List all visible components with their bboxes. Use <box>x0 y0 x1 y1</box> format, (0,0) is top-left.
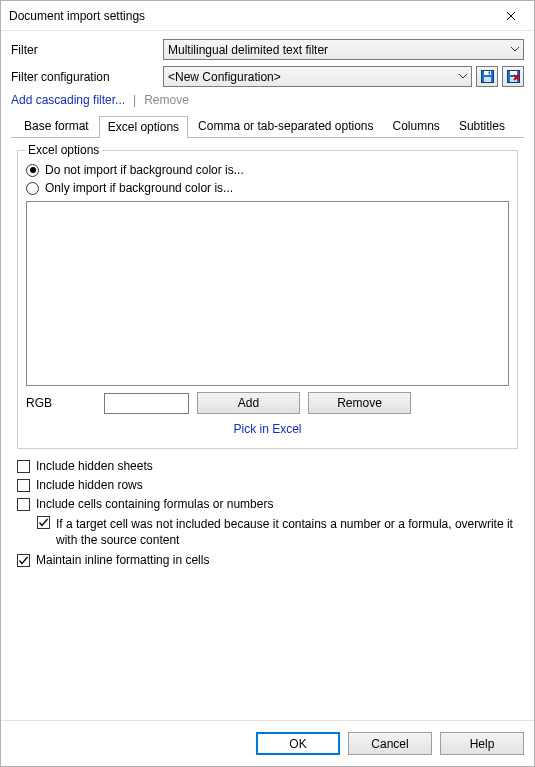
rgb-input[interactable] <box>104 393 189 414</box>
chk-label: Include cells containing formulas or num… <box>36 497 273 511</box>
tab-label: Columns <box>393 119 440 133</box>
filter-dropdown[interactable]: Multilingual delimited text filter <box>163 39 524 60</box>
delete-config-button[interactable] <box>502 66 524 87</box>
btn-label: Cancel <box>371 737 408 751</box>
config-dropdown[interactable]: <New Configuration> <box>163 66 472 87</box>
pick-in-excel-link[interactable]: Pick in Excel <box>233 422 301 436</box>
tab-columns[interactable]: Columns <box>384 115 449 137</box>
filter-links-row: Add cascading filter... | Remove <box>11 93 524 107</box>
tab-label: Excel options <box>108 120 179 134</box>
checkbox-icon <box>17 460 30 473</box>
checkbox-icon <box>17 554 30 567</box>
tab-csv-options[interactable]: Comma or tab-separated options <box>189 115 382 137</box>
separator: | <box>133 93 136 107</box>
radio-do-not-import[interactable]: Do not import if background color is... <box>26 163 509 177</box>
group-legend: Excel options <box>25 143 102 157</box>
checkbox-icon <box>17 479 30 492</box>
ok-button[interactable]: OK <box>256 732 340 755</box>
radio-icon <box>26 164 39 177</box>
tab-subtitles[interactable]: Subtitles <box>450 115 514 137</box>
content-area: Filter Multilingual delimited text filte… <box>1 31 534 720</box>
btn-label: OK <box>289 737 306 751</box>
close-icon <box>506 11 516 21</box>
titlebar: Document import settings <box>1 1 534 31</box>
filter-row: Filter Multilingual delimited text filte… <box>11 39 524 60</box>
config-label: Filter configuration <box>11 70 163 84</box>
color-list[interactable] <box>26 201 509 386</box>
remove-color-button[interactable]: Remove <box>308 392 411 414</box>
filter-label: Filter <box>11 43 163 57</box>
chevron-down-icon <box>459 74 467 79</box>
tabpanel-excel: Excel options Do not import if backgroun… <box>11 138 524 567</box>
svg-rect-3 <box>488 72 490 75</box>
add-cascading-link[interactable]: Add cascading filter... <box>11 93 125 107</box>
checkbox-icon <box>37 516 50 529</box>
excel-options-group: Excel options Do not import if backgroun… <box>17 150 518 449</box>
chk-hidden-sheets[interactable]: Include hidden sheets <box>17 459 518 473</box>
radio-icon <box>26 182 39 195</box>
rgb-label: RGB <box>26 396 96 410</box>
btn-label: Remove <box>337 396 382 410</box>
remove-link: Remove <box>144 93 189 107</box>
config-value: <New Configuration> <box>168 70 281 84</box>
window-title: Document import settings <box>9 9 145 23</box>
floppy-save-icon <box>481 70 494 83</box>
svg-rect-2 <box>484 77 491 82</box>
cancel-button[interactable]: Cancel <box>348 732 432 755</box>
chk-formulas[interactable]: Include cells containing formulas or num… <box>17 497 518 511</box>
chk-hidden-rows[interactable]: Include hidden rows <box>17 478 518 492</box>
floppy-delete-icon <box>507 70 520 83</box>
radio-label: Only import if background color is... <box>45 181 233 195</box>
chk-label: Include hidden rows <box>36 478 143 492</box>
chk-label: Maintain inline formatting in cells <box>36 553 209 567</box>
radio-label: Do not import if background color is... <box>45 163 244 177</box>
chk-inline-format[interactable]: Maintain inline formatting in cells <box>17 553 518 567</box>
svg-rect-5 <box>510 71 517 75</box>
button-bar: OK Cancel Help <box>1 720 534 766</box>
chk-label: Include hidden sheets <box>36 459 153 473</box>
tab-label: Comma or tab-separated options <box>198 119 373 133</box>
chevron-down-icon <box>511 47 519 52</box>
pick-row: Pick in Excel <box>26 422 509 436</box>
checkbox-icon <box>17 498 30 511</box>
btn-label: Help <box>470 737 495 751</box>
save-config-button[interactable] <box>476 66 498 87</box>
help-button[interactable]: Help <box>440 732 524 755</box>
add-color-button[interactable]: Add <box>197 392 300 414</box>
excel-checkboxes: Include hidden sheets Include hidden row… <box>17 459 518 567</box>
chk-label: If a target cell was not included becaus… <box>56 516 518 548</box>
config-row: Filter configuration <New Configuration> <box>11 66 524 87</box>
radio-only-import[interactable]: Only import if background color is... <box>26 181 509 195</box>
rgb-row: RGB Add Remove <box>26 392 509 414</box>
tab-base-format[interactable]: Base format <box>15 115 98 137</box>
tab-label: Base format <box>24 119 89 133</box>
close-button[interactable] <box>488 1 534 31</box>
dialog-window: Document import settings Filter Multilin… <box>0 0 535 767</box>
tab-label: Subtitles <box>459 119 505 133</box>
btn-label: Add <box>238 396 259 410</box>
filter-value: Multilingual delimited text filter <box>168 43 328 57</box>
tab-excel-options[interactable]: Excel options <box>99 116 188 138</box>
chk-overwrite[interactable]: If a target cell was not included becaus… <box>37 516 518 548</box>
tabstrip: Base format Excel options Comma or tab-s… <box>11 115 524 138</box>
